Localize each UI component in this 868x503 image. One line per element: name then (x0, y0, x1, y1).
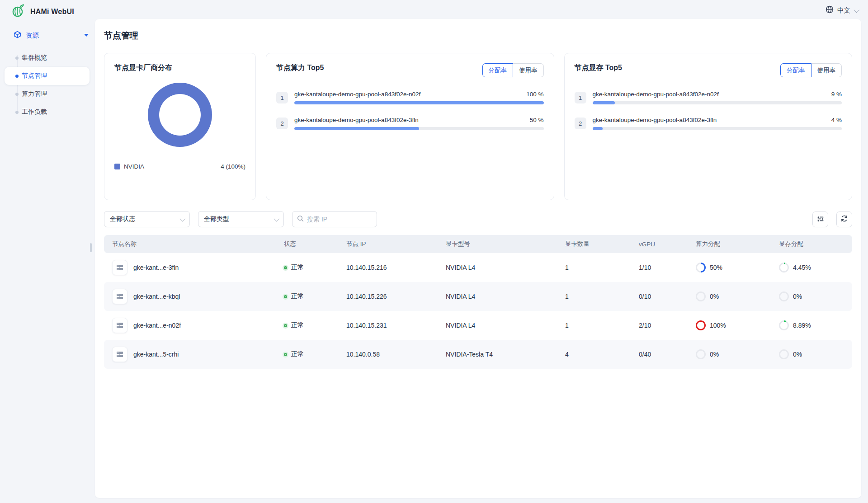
table-row[interactable]: gke-kant...e-n02f 正常 10.140.15.231 NVIDI… (104, 311, 852, 340)
memory-top5-card: 节点显存 Top5 分配率 使用率 1 gke-kantaloupe-demo-… (564, 53, 853, 200)
gpu-count: 1 (565, 322, 639, 329)
memory-percent: 8.89% (793, 322, 811, 329)
node-name: gke-kant...e-3fln (133, 264, 179, 271)
status-label: 正常 (291, 321, 304, 329)
compute-percent: 0% (710, 351, 719, 358)
search-icon (297, 215, 304, 224)
sidebar-group-resources[interactable]: 资源 (0, 25, 95, 45)
col-header-model: 显卡型号 (446, 240, 565, 248)
tree-dot-icon (15, 56, 19, 60)
filter-bar: 全部状态 全部类型 (104, 211, 852, 227)
top5-row: 1 gke-kantaloupe-demo-gpu-pool-a843f02e-… (276, 91, 544, 104)
legend-value: 4 (100%) (221, 163, 245, 170)
gpu-count: 1 (565, 293, 639, 300)
caret-down-icon (84, 34, 89, 37)
compute-rate-toggle: 分配率 使用率 (482, 63, 544, 77)
rank-badge: 1 (276, 92, 288, 103)
compute-ring-icon (696, 349, 706, 359)
compute-ring-icon (696, 263, 706, 273)
table-header: 节点名称 状态 节点 IP 显卡型号 显卡数量 vGPU 算力分配 显存分配 (104, 235, 852, 253)
sidebar-item-cluster-overview[interactable]: 集群概览 (5, 49, 90, 67)
vgpu-ratio: 0/40 (639, 351, 696, 358)
chevron-down-icon (854, 7, 860, 13)
vendor-card-title: 节点显卡厂商分布 (114, 63, 245, 73)
gpu-model: NVIDIA L4 (446, 293, 565, 300)
rank-badge: 2 (575, 118, 586, 129)
tree-dot-icon (15, 111, 19, 114)
vendor-distribution-card: 节点显卡厂商分布 NVIDIA 4 (100%) (104, 53, 256, 200)
donut-legend-item: NVIDIA 4 (100%) (114, 163, 245, 170)
gpu-model: NVIDIA-Tesla T4 (446, 351, 565, 358)
gpu-model: NVIDIA L4 (446, 322, 565, 329)
status-dot-icon (284, 266, 287, 269)
sidebar-item-compute-management[interactable]: 算力管理 (5, 85, 90, 103)
column-settings-button[interactable] (812, 212, 828, 227)
node-percent: 4 % (831, 117, 842, 123)
globe-icon (826, 5, 834, 15)
hami-logo-icon (12, 4, 24, 19)
table-row[interactable]: gke-kant...5-crhi 正常 10.140.0.58 NVIDIA-… (104, 340, 852, 369)
progress-track (593, 101, 842, 104)
summary-cards: 节点显卡厂商分布 NVIDIA 4 (100%) 节点算力 Top5 分配率 使… (104, 53, 852, 200)
allocation-rate-tab[interactable]: 分配率 (780, 63, 811, 77)
memory-percent: 0% (793, 351, 802, 358)
node-percent: 9 % (831, 91, 842, 98)
status-dot-icon (284, 324, 287, 327)
progress-fill (294, 101, 544, 104)
type-filter-select[interactable]: 全部类型 (198, 211, 284, 227)
top5-row: 1 gke-kantaloupe-demo-gpu-pool-a843f02e-… (575, 91, 842, 104)
sidebar-group-label: 资源 (26, 31, 80, 40)
compute-percent: 50% (710, 264, 722, 271)
memory-percent: 0% (793, 293, 802, 300)
language-label: 中文 (837, 6, 850, 15)
node-name: gke-kantaloupe-demo-gpu-pool-a843f02e-n0… (593, 91, 719, 98)
node-ip: 10.140.15.216 (346, 264, 446, 271)
ip-search-input[interactable] (307, 216, 372, 223)
type-filter-value: 全部类型 (204, 215, 229, 223)
node-name: gke-kantaloupe-demo-gpu-pool-a843f02e-n0… (294, 91, 420, 98)
refresh-button[interactable] (836, 212, 852, 227)
progress-fill (593, 101, 615, 104)
sidebar-item-label: 工作负载 (22, 108, 47, 116)
node-name: gke-kant...e-kbql (133, 293, 180, 300)
memory-ring-icon (779, 291, 789, 301)
column-settings-icon (817, 215, 824, 224)
rank-badge: 1 (575, 92, 586, 103)
sidebar-resize-handle[interactable] (90, 243, 92, 252)
col-header-name: 节点名称 (112, 240, 284, 248)
node-ip: 10.140.15.226 (346, 293, 446, 300)
col-header-status: 状态 (284, 240, 346, 248)
main-panel: 节点管理 节点显卡厂商分布 NVIDIA 4 (100%) 节点算力 Top5 … (95, 19, 861, 498)
server-icon (112, 260, 127, 275)
server-icon (112, 289, 127, 304)
gpu-model: NVIDIA L4 (446, 264, 565, 271)
status-dot-icon (284, 295, 287, 298)
status-filter-select[interactable]: 全部状态 (104, 211, 190, 227)
tree-dot-icon (15, 93, 19, 96)
usage-rate-tab[interactable]: 使用率 (811, 63, 842, 77)
allocation-rate-tab[interactable]: 分配率 (482, 63, 514, 77)
col-header-count: 显卡数量 (565, 240, 639, 248)
chevron-down-icon (180, 216, 186, 221)
table-row[interactable]: gke-kant...e-kbql 正常 10.140.15.226 NVIDI… (104, 282, 852, 311)
node-name: gke-kantaloupe-demo-gpu-pool-a843f02e-3f… (593, 117, 717, 123)
gpu-count: 4 (565, 351, 639, 358)
sidebar-item-node-management[interactable]: 节点管理 (5, 67, 90, 85)
memory-rate-toggle: 分配率 使用率 (780, 63, 842, 77)
progress-track (593, 127, 842, 130)
sidebar-item-workloads[interactable]: 工作负载 (5, 103, 90, 121)
node-ip: 10.140.0.58 (346, 351, 446, 358)
progress-track (294, 127, 544, 130)
node-name: gke-kant...e-n02f (133, 322, 181, 329)
sidebar-item-label: 算力管理 (22, 90, 47, 98)
memory-ring-icon (779, 320, 789, 330)
table-row[interactable]: gke-kant...e-3fln 正常 10.140.15.216 NVIDI… (104, 253, 852, 282)
col-header-memory: 显存分配 (779, 240, 852, 248)
usage-rate-tab[interactable]: 使用率 (513, 63, 544, 77)
compute-top5-card: 节点算力 Top5 分配率 使用率 1 gke-kantaloupe-demo-… (266, 53, 554, 200)
top5-row: 2 gke-kantaloupe-demo-gpu-pool-a843f02e-… (575, 117, 842, 130)
col-header-ip: 节点 IP (346, 240, 446, 248)
language-switcher[interactable]: 中文 (826, 4, 858, 17)
progress-track (294, 101, 544, 104)
sidebar-item-label: 节点管理 (22, 72, 47, 80)
